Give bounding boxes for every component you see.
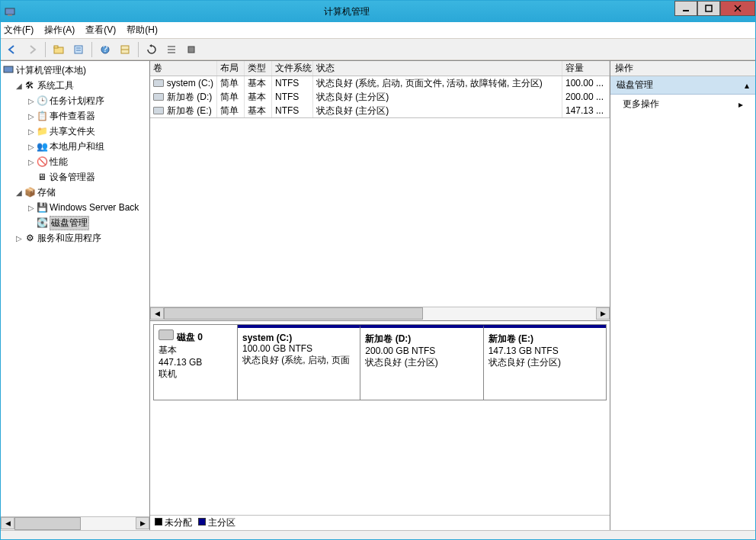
tree-disk-management[interactable]: 💽磁盘管理 <box>27 215 148 230</box>
actions-section-label: 磁盘管理 <box>617 79 653 92</box>
window-title: 计算机管理 <box>19 5 674 18</box>
tree-wsb[interactable]: ▷💾Windows Server Back <box>27 200 148 215</box>
storage-icon: 📦 <box>24 186 36 198</box>
tree-shared-folders[interactable]: ▷📁共享文件夹 <box>27 124 148 139</box>
tree-task-scheduler[interactable]: ▷🕒任务计划程序 <box>27 93 148 108</box>
tree-system-tools[interactable]: ◢🛠系统工具 <box>14 78 148 93</box>
list-icon[interactable] <box>163 41 180 58</box>
close-button[interactable] <box>720 1 755 16</box>
svg-rect-7 <box>54 46 58 48</box>
event-icon: 📋 <box>36 110 48 122</box>
chevron-right-icon: ▸ <box>738 99 743 110</box>
tree-hscrollbar[interactable]: ◀▶ <box>1 516 149 530</box>
menubar: 文件(F) 操作(A) 查看(V) 帮助(H) <box>1 22 755 39</box>
services-icon: ⚙ <box>24 232 36 244</box>
svg-rect-3 <box>706 5 712 11</box>
col-type[interactable]: 类型 <box>245 61 272 76</box>
disk-info[interactable]: 磁盘 0 基本 447.13 GB 联机 <box>154 325 238 400</box>
col-capacity[interactable]: 容量 <box>562 61 610 76</box>
users-icon: 👥 <box>36 140 48 153</box>
actions-section[interactable]: 磁盘管理 ▴ <box>610 76 755 95</box>
volume-row[interactable]: 新加卷 (D:)简单基本NTFS状态良好 (主分区)200.00 ... <box>150 90 610 104</box>
disk-type: 基本 <box>159 344 232 357</box>
col-layout[interactable]: 布局 <box>217 61 245 76</box>
menu-action[interactable]: 操作(A) <box>44 24 75 37</box>
tree-device-manager[interactable]: 🖥设备管理器 <box>27 169 148 185</box>
properties-icon[interactable] <box>70 41 87 58</box>
actions-header: 操作 <box>610 61 755 76</box>
share-icon: 📁 <box>36 125 48 137</box>
computer-icon <box>2 64 14 76</box>
view-icon[interactable] <box>117 41 133 58</box>
actions-more[interactable]: 更多操作 ▸ <box>610 95 755 114</box>
volume-header-row[interactable]: 卷 布局 类型 文件系统 状态 容量 <box>150 61 610 76</box>
disk-status: 联机 <box>159 368 232 381</box>
disk-size: 447.13 GB <box>159 357 232 368</box>
menu-view[interactable]: 查看(V) <box>85 24 116 37</box>
toolbar: ? <box>1 39 755 60</box>
help-icon[interactable]: ? <box>97 41 114 58</box>
tree-performance[interactable]: ▷🚫性能 <box>27 154 148 169</box>
disk-graphical-view: 磁盘 0 基本 447.13 GB 联机 system (C:)100.00 G… <box>150 320 610 516</box>
clock-icon: 🕒 <box>36 95 48 107</box>
actions-more-label: 更多操作 <box>623 98 659 111</box>
settings-icon[interactable] <box>183 41 200 58</box>
svg-rect-8 <box>75 46 82 53</box>
disk-icon: 💽 <box>36 217 48 229</box>
svg-rect-19 <box>4 66 13 72</box>
perf-icon: 🚫 <box>36 156 48 168</box>
volume-hscrollbar[interactable]: ◀▶ <box>150 307 610 320</box>
disk-hw-icon <box>159 329 174 340</box>
partition[interactable]: 新加卷 (D:)200.00 GB NTFS状态良好 (主分区) <box>360 325 482 400</box>
volume-row[interactable]: 新加卷 (E:)简单基本NTFS状态良好 (主分区)147.13 ... <box>150 104 610 117</box>
volume-row[interactable]: system (C:)简单基本NTFS状态良好 (系统, 启动, 页面文件, 活… <box>150 76 610 90</box>
statusbar <box>1 530 755 539</box>
partition[interactable]: 新加卷 (E:)147.13 GB NTFS状态良好 (主分区) <box>483 325 606 400</box>
refresh-icon[interactable] <box>143 41 160 58</box>
back-button[interactable] <box>4 41 21 58</box>
menu-file[interactable]: 文件(F) <box>4 24 34 37</box>
svg-rect-18 <box>188 47 194 53</box>
navigation-tree[interactable]: 计算机管理(本地) ◢🛠系统工具 ▷🕒任务计划程序 ▷📋事件查看器 ▷📁共享文件… <box>1 61 149 516</box>
maximize-button[interactable] <box>697 1 720 16</box>
forward-button[interactable] <box>24 41 40 58</box>
volume-table: 卷 布局 类型 文件系统 状态 容量 system (C:)简单基本NTFS状态… <box>150 61 610 118</box>
legend-unallocated: 未分配 <box>165 517 192 528</box>
col-fs[interactable]: 文件系统 <box>272 61 313 76</box>
legend-primary: 主分区 <box>208 517 235 528</box>
tools-icon: 🛠 <box>24 79 36 92</box>
col-volume[interactable]: 卷 <box>150 61 217 76</box>
tree-local-users[interactable]: ▷👥本地用户和组 <box>27 139 148 154</box>
legend: 未分配 主分区 <box>150 515 610 530</box>
tree-root[interactable]: 计算机管理(本地) <box>2 63 148 78</box>
partition[interactable]: system (C:)100.00 GB NTFS状态良好 (系统, 启动, 页… <box>238 325 360 400</box>
disk-row[interactable]: 磁盘 0 基本 447.13 GB 联机 system (C:)100.00 G… <box>153 324 607 400</box>
svg-rect-0 <box>5 8 14 14</box>
col-status[interactable]: 状态 <box>313 61 562 76</box>
backup-icon: 💾 <box>36 201 48 214</box>
menu-help[interactable]: 帮助(H) <box>127 24 158 37</box>
folder-up-icon[interactable] <box>50 41 67 58</box>
disk-label: 磁盘 0 <box>177 332 203 342</box>
tree-services[interactable]: ▷⚙服务和应用程序 <box>14 230 148 246</box>
collapse-icon[interactable]: ▴ <box>745 80 749 91</box>
tree-storage[interactable]: ◢📦存储 <box>14 185 148 200</box>
app-icon <box>1 6 19 17</box>
svg-rect-1 <box>8 14 12 16</box>
device-icon: 🖥 <box>36 171 48 183</box>
tree-event-viewer[interactable]: ▷📋事件查看器 <box>27 108 148 124</box>
titlebar: 计算机管理 <box>1 1 755 22</box>
svg-text:?: ? <box>103 44 108 54</box>
minimize-button[interactable] <box>674 1 697 16</box>
